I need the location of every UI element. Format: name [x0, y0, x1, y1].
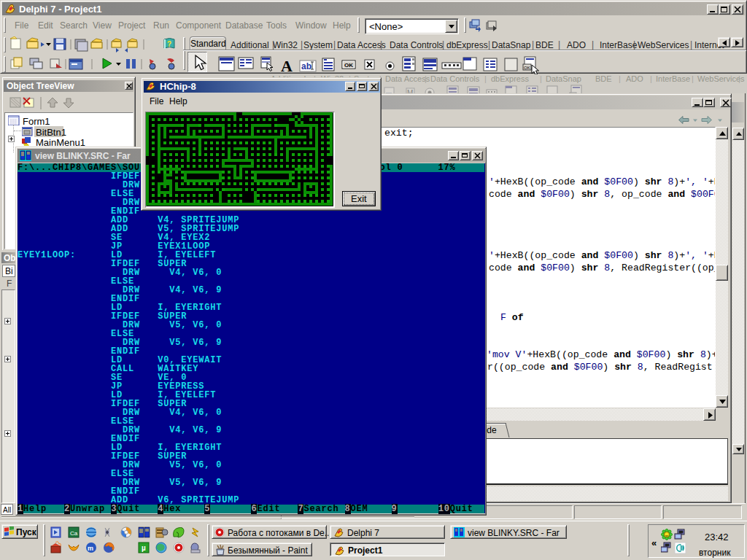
svg-text:OK: OK [524, 66, 530, 70]
svg-text:m: m [88, 545, 93, 552]
svg-text:Ca: Ca [70, 530, 78, 537]
svg-text:ab: ab [301, 61, 311, 71]
svg-text:µ: µ [142, 544, 146, 552]
svg-text:?: ? [167, 40, 171, 48]
svg-text:OK: OK [344, 62, 353, 69]
svg-text:A: A [281, 57, 293, 74]
